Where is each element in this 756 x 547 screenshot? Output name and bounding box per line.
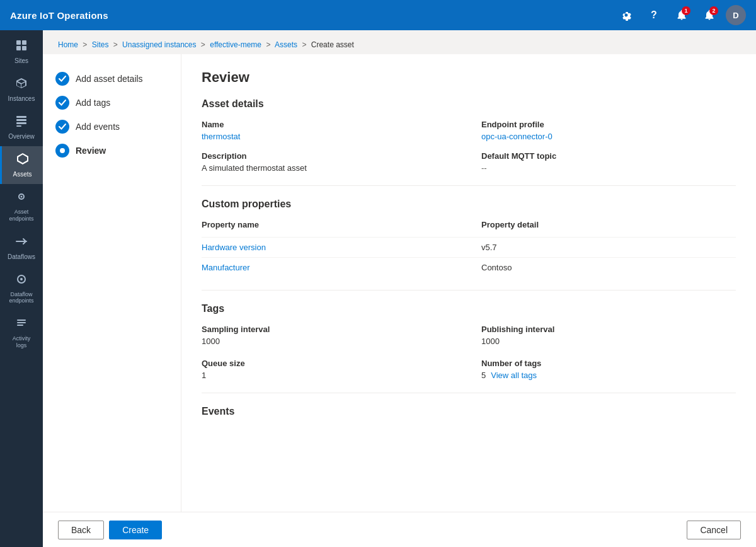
svg-rect-13: [17, 322, 26, 323]
back-button[interactable]: Back: [58, 521, 104, 539]
sampling-interval-label: Sampling interval: [202, 325, 456, 334]
endpoint-profile-value: opc-ua-connector-0: [481, 132, 736, 141]
sidebar-asset-endpoints-label: Assetendpoints: [9, 209, 33, 222]
dataflow-endpoints-icon: [15, 273, 28, 289]
cancel-button[interactable]: Cancel: [687, 521, 741, 539]
svg-rect-2: [16, 46, 21, 50]
mqtt-topic-label: Default MQTT topic: [481, 151, 736, 161]
publishing-interval-field: Publishing interval 1000: [481, 325, 736, 346]
sidebar-item-dataflows[interactable]: Dataflows: [0, 229, 43, 267]
notifications2-button[interactable]: 2: [698, 4, 721, 26]
activity-logs-icon: [15, 317, 28, 333]
divider-1: [202, 185, 736, 186]
avatar-label: D: [733, 11, 738, 20]
hardware-version-name: Hardware version: [202, 243, 456, 252]
view-all-tags-link[interactable]: View all tags: [491, 371, 537, 380]
app-title: Azure IoT Operations: [10, 10, 108, 21]
manufacturer-value: Contoso: [481, 263, 736, 272]
breadcrumb-assets[interactable]: Assets: [275, 40, 297, 49]
sidebar-item-assets[interactable]: Assets: [0, 146, 43, 184]
description-label: Description: [202, 151, 456, 161]
sidebar-dataflow-endpoints-label: Dataflowendpoints: [9, 291, 33, 305]
wizard-step-review-label: Review: [76, 146, 106, 156]
sidebar: Sites Instances Overview Assets Assetend…: [0, 30, 43, 547]
sites-icon: [15, 39, 28, 55]
svg-point-9: [21, 196, 23, 198]
endpoint-profile-label: Endpoint profile: [481, 120, 736, 129]
hardware-version-value: v5.7: [481, 243, 736, 252]
number-of-tags-value: 5: [481, 371, 486, 380]
sidebar-item-asset-endpoints[interactable]: Assetendpoints: [0, 184, 43, 229]
instances-icon: [15, 77, 28, 93]
breadcrumb-effective-meme[interactable]: effective-meme: [210, 40, 261, 49]
wizard-step-add-asset-details-label: Add asset details: [76, 74, 143, 84]
sidebar-item-activity-logs[interactable]: Activitylogs: [0, 311, 43, 355]
svg-point-15: [60, 148, 65, 153]
sidebar-activity-logs-label: Activitylogs: [13, 335, 31, 349]
sidebar-item-instances[interactable]: Instances: [0, 71, 43, 108]
content-area: Home > Sites > Unassigned instances > ef…: [43, 30, 756, 547]
description-field: Description A simulated thermostat asset: [202, 151, 456, 173]
breadcrumb-unassigned-instances[interactable]: Unassigned instances: [122, 40, 196, 49]
create-button[interactable]: Create: [109, 521, 162, 539]
notification1-badge: 1: [682, 6, 690, 15]
divider-2: [202, 290, 736, 291]
svg-point-11: [20, 278, 23, 280]
review-panel: Review Asset details Name thermostat End…: [181, 54, 756, 512]
svg-rect-12: [17, 320, 26, 321]
assets-icon: [16, 153, 29, 168]
notifications1-button[interactable]: 1: [670, 4, 693, 26]
property-detail-header: Property detail: [481, 220, 736, 229]
settings-icon: [621, 9, 632, 21]
breadcrumb-home[interactable]: Home: [58, 40, 78, 49]
nav-icons: ? 1 2 D: [615, 4, 746, 26]
number-of-tags-label: Number of tags: [481, 359, 736, 368]
overview-icon: [15, 115, 28, 130]
step-icon-add-events: [55, 120, 69, 134]
checkmark-icon-2: [59, 99, 66, 107]
sampling-interval-field: Sampling interval 1000: [202, 325, 456, 346]
svg-rect-5: [16, 119, 26, 121]
checkmark-icon: [59, 75, 66, 83]
circle-icon: [59, 147, 66, 154]
step-icon-add-tags: [55, 96, 69, 110]
asset-endpoints-icon: [15, 190, 28, 206]
sidebar-item-overview[interactable]: Overview: [0, 108, 43, 146]
svg-rect-0: [16, 40, 21, 45]
queue-size-label: Queue size: [202, 359, 456, 368]
wizard-sidebar: Add asset details Add tags Add events: [43, 54, 181, 512]
events-section-title: Events: [202, 406, 736, 417]
sidebar-dataflows-label: Dataflows: [8, 253, 35, 260]
breadcrumb-sites[interactable]: Sites: [92, 40, 109, 49]
help-button[interactable]: ?: [643, 4, 665, 26]
queue-size-value: 1: [202, 371, 456, 380]
notification2-badge: 2: [709, 6, 718, 15]
sampling-interval-value: 1000: [202, 337, 456, 346]
dataflows-icon: [15, 235, 28, 251]
step-icon-review: [55, 144, 69, 158]
svg-rect-6: [16, 122, 26, 124]
sidebar-item-sites[interactable]: Sites: [0, 33, 43, 71]
publishing-interval-label: Publishing interval: [481, 325, 736, 334]
wizard-step-add-tags[interactable]: Add tags: [53, 91, 171, 115]
custom-props-row-0: Hardware version v5.7: [202, 237, 736, 257]
wizard-step-review[interactable]: Review: [53, 139, 171, 163]
main-layout: Sites Instances Overview Assets Assetend…: [0, 30, 756, 547]
sidebar-instances-label: Instances: [8, 95, 35, 102]
step-icon-add-asset-details: [55, 72, 69, 86]
top-navigation: Azure IoT Operations ? 1 2 D: [0, 0, 756, 30]
svg-rect-7: [16, 125, 21, 127]
name-field: Name thermostat: [202, 120, 456, 141]
number-of-tags-field: Number of tags 5 View all tags: [481, 359, 736, 380]
bottom-left-actions: Back Create: [58, 521, 162, 539]
bottom-bar: Back Create Cancel: [43, 512, 756, 547]
wizard-step-add-asset-details[interactable]: Add asset details: [53, 67, 171, 91]
sidebar-item-dataflow-endpoints[interactable]: Dataflowendpoints: [0, 267, 43, 311]
svg-rect-1: [22, 40, 26, 45]
wizard-step-add-events[interactable]: Add events: [53, 115, 171, 139]
avatar-button[interactable]: D: [726, 5, 746, 25]
wizard-step-add-tags-label: Add tags: [76, 98, 110, 108]
property-name-header: Property name: [202, 220, 456, 229]
sidebar-assets-label: Assets: [13, 171, 32, 178]
settings-button[interactable]: [615, 4, 638, 26]
